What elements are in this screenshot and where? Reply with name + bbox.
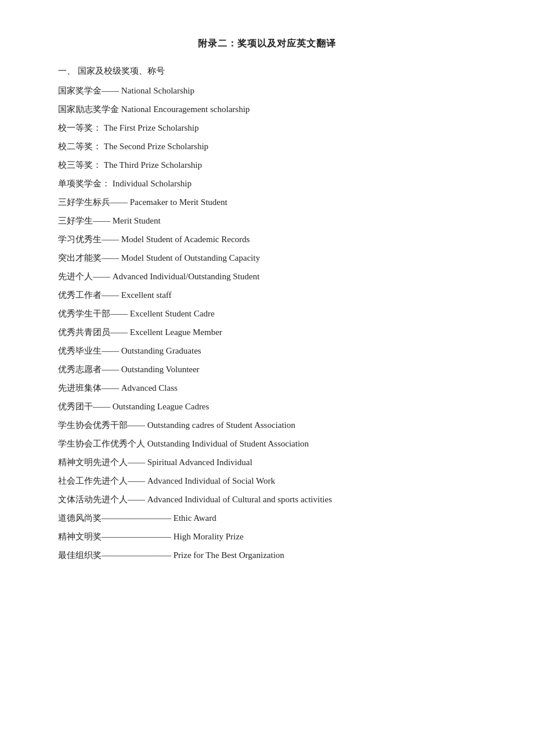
list-item: 最佳组织奖———————— Prize for The Best Organiz… bbox=[58, 546, 476, 564]
list-item: 国家奖学金—— National Scholarship bbox=[58, 82, 476, 99]
list-item: 优秀志愿者—— Outstanding Volunteer bbox=[58, 361, 476, 378]
page-title: 附录二：奖项以及对应英文翻译 bbox=[58, 35, 476, 52]
list-item: 优秀共青团员—— Excellent League Member bbox=[58, 323, 476, 341]
list-item: 道德风尚奖———————— Ethic Award bbox=[58, 509, 476, 527]
list-item: 突出才能奖—— Model Student of Outstanding Cap… bbox=[58, 249, 476, 267]
list-item: 校二等奖： The Second Prize Scholarship bbox=[58, 138, 476, 155]
list-item: 优秀学生干部—— Excellent Student Cadre bbox=[58, 305, 476, 322]
list-item: 三好学生标兵—— Pacemaker to Merit Student bbox=[58, 193, 476, 211]
list-item: 先进班集体—— Advanced Class bbox=[58, 379, 476, 397]
list-item: 三好学生—— Merit Student bbox=[58, 212, 476, 229]
list-item: 优秀团干—— Outstanding League Cadres bbox=[58, 398, 476, 415]
list-item: 优秀工作者—— Excellent staff bbox=[58, 286, 476, 304]
list-item: 文体活动先进个人—— Advanced Individual of Cultur… bbox=[58, 491, 476, 508]
list-item: 学生协会优秀干部—— Outstanding cadres of Student… bbox=[58, 416, 476, 434]
list-item: 社会工作先进个人—— Advanced Individual of Social… bbox=[58, 472, 476, 489]
list-item: 精神文明先进个人—— Spiritual Advanced Individual bbox=[58, 453, 476, 471]
list-item: 学习优秀生—— Model Student of Academic Record… bbox=[58, 231, 476, 248]
list-item: 校一等奖： The First Prize Scholarship bbox=[58, 119, 476, 136]
list-item: 先进个人—— Advanced Individual/Outstanding S… bbox=[58, 268, 476, 285]
list-item: 精神文明奖———————— High Morality Prize bbox=[58, 528, 476, 545]
list-item: 单项奖学金： Individual Scholarship bbox=[58, 175, 476, 192]
list-item: 优秀毕业生—— Outstanding Graduates bbox=[58, 342, 476, 359]
list-item: 校三等奖： The Third Prize Scholarship bbox=[58, 156, 476, 174]
list-item: 国家励志奖学金 National Encouragement scholarsh… bbox=[58, 100, 476, 118]
list-item: 学生协会工作优秀个人 Outstanding Individual of Stu… bbox=[58, 435, 476, 452]
section-header: 一、 国家及校级奖项、称号 bbox=[58, 63, 476, 80]
